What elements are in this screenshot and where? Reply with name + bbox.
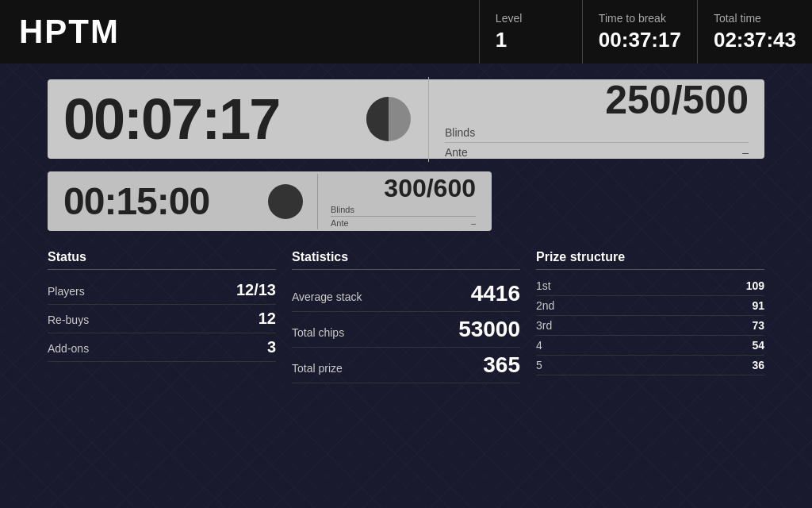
secondary-ante-label: Ante: [331, 218, 349, 228]
secondary-blinds-value: 300/600: [384, 174, 476, 202]
total-prize-label: Total prize: [292, 362, 343, 375]
prize-structure-title: Prize structure: [536, 250, 764, 270]
secondary-blinds-info: 300/600 Blinds Ante –: [317, 174, 476, 229]
primary-timer-time: 00:07:17: [63, 87, 349, 152]
status-panel: Status Players 12/13 Re-buys 12 Add-ons …: [48, 250, 276, 383]
prize-place-label: 4: [536, 339, 542, 352]
secondary-timer-circle: [266, 183, 304, 221]
secondary-ante-value: –: [471, 218, 476, 228]
rebuys-label: Re-buys: [48, 314, 89, 326]
prize-rows: 1st1092nd913rd73454536: [536, 276, 764, 375]
stats-section: Status Players 12/13 Re-buys 12 Add-ons …: [48, 250, 764, 383]
prize-place-label: 1st: [536, 279, 551, 292]
total-prize-value: 365: [483, 352, 520, 378]
logo-area: HPTM: [0, 0, 479, 64]
statistics-panel: Statistics Average stack 4416 Total chip…: [292, 250, 520, 383]
total-time-value: 02:37:43: [714, 28, 796, 52]
primary-timer-circle: [365, 95, 412, 143]
prize-place-value: 73: [752, 319, 764, 332]
logo-text: HPTM: [19, 13, 120, 51]
header-info: Level 1 Time to break 00:37:17 Total tim…: [479, 0, 812, 64]
prize-row: 536: [536, 356, 764, 375]
prize-place-label: 3rd: [536, 319, 552, 332]
secondary-timer-time: 00:15:00: [63, 179, 254, 223]
prize-structure-panel: Prize structure 1st1092nd913rd73454536: [536, 250, 764, 383]
addons-value: 3: [267, 338, 276, 356]
level-value: 1: [496, 28, 566, 52]
header: HPTM Level 1 Time to break 00:37:17 Tota…: [0, 0, 812, 64]
primary-blinds-info: 250/500 Blinds Ante –: [428, 77, 749, 162]
level-cell: Level 1: [479, 0, 582, 64]
prize-place-value: 54: [752, 339, 764, 352]
prize-place-label: 2nd: [536, 299, 554, 312]
time-to-break-cell: Time to break 00:37:17: [582, 0, 697, 64]
secondary-blinds-label: Blinds: [331, 205, 354, 214]
primary-ante-row: Ante –: [445, 143, 749, 162]
total-time-cell: Total time 02:37:43: [697, 0, 812, 64]
prize-place-label: 5: [536, 359, 542, 371]
prize-place-value: 36: [752, 359, 764, 371]
addons-label: Add-ons: [48, 342, 89, 355]
prize-row: 454: [536, 336, 764, 356]
secondary-blinds-row: Blinds: [331, 203, 476, 217]
level-label: Level: [496, 12, 566, 25]
avg-stack-row: Average stack 4416: [292, 276, 520, 312]
prize-place-value: 91: [752, 299, 764, 312]
primary-blinds-row: Blinds: [445, 123, 749, 143]
time-to-break-value: 00:37:17: [599, 28, 681, 52]
rebuys-row: Re-buys 12: [48, 305, 276, 333]
prize-place-value: 109: [746, 279, 764, 292]
players-value: 12/13: [236, 281, 276, 299]
addons-row: Add-ons 3: [48, 333, 276, 362]
svg-point-1: [268, 184, 303, 219]
primary-ante-label: Ante: [445, 146, 468, 159]
statistics-title: Statistics: [292, 250, 520, 270]
secondary-ante-row: Ante –: [331, 217, 476, 229]
prize-row: 3rd73: [536, 316, 764, 336]
prize-row: 2nd91: [536, 296, 764, 316]
secondary-timer-panel: 00:15:00 300/600 Blinds Ante –: [48, 171, 492, 231]
avg-stack-label: Average stack: [292, 291, 362, 303]
status-title: Status: [48, 250, 276, 270]
primary-ante-value: –: [742, 146, 749, 159]
primary-timer-panel: 00:07:17 250/500 Blinds Ante –: [48, 79, 764, 159]
total-prize-row: Total prize 365: [292, 348, 520, 383]
total-chips-label: Total chips: [292, 326, 344, 339]
players-row: Players 12/13: [48, 276, 276, 305]
total-chips-row: Total chips 53000: [292, 312, 520, 348]
rebuys-value: 12: [259, 310, 276, 328]
prize-row: 1st109: [536, 276, 764, 296]
players-label: Players: [48, 285, 85, 298]
total-chips-value: 53000: [458, 317, 520, 342]
main-content: 00:07:17 250/500 Blinds Ante – 00:15:00: [0, 64, 812, 399]
total-time-label: Total time: [714, 12, 796, 25]
avg-stack-value: 4416: [471, 281, 520, 306]
primary-blinds-label: Blinds: [445, 126, 475, 139]
time-to-break-label: Time to break: [599, 12, 681, 25]
primary-blinds-value: 250/500: [605, 78, 749, 122]
